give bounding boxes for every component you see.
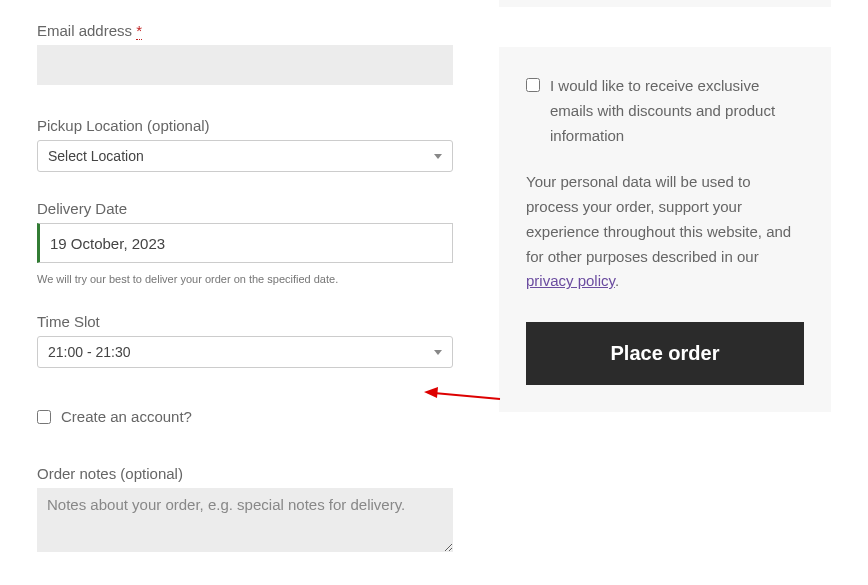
chevron-down-icon (434, 350, 442, 355)
svg-marker-1 (424, 387, 438, 398)
privacy-notice: Your personal data will be used to proce… (526, 170, 804, 294)
pickup-select[interactable]: Select Location (37, 140, 453, 172)
delivery-date-label: Delivery Date (37, 200, 453, 217)
svg-line-0 (434, 393, 500, 399)
time-slot-label: Time Slot (37, 313, 453, 330)
required-asterisk: * (136, 22, 142, 40)
time-slot-selected: 21:00 - 21:30 (48, 344, 131, 360)
privacy-policy-link[interactable]: privacy policy (526, 272, 615, 289)
checkout-right-column: I would like to receive exclusive emails… (499, 0, 831, 412)
order-summary-panel: I would like to receive exclusive emails… (499, 47, 831, 412)
chevron-down-icon (434, 154, 442, 159)
pickup-selected: Select Location (48, 148, 144, 164)
marketing-opt-in-checkbox[interactable] (526, 78, 540, 92)
order-notes-label: Order notes (optional) (37, 465, 453, 482)
email-field[interactable] (37, 45, 453, 85)
delivery-date-hint: We will try our best to deliver your ord… (37, 273, 453, 285)
marketing-opt-in-label: I would like to receive exclusive emails… (550, 74, 804, 148)
panel-spacer (499, 0, 831, 7)
checkout-left-column: Email address * Pickup Location (optiona… (37, 0, 453, 555)
time-slot-select[interactable]: 21:00 - 21:30 (37, 336, 453, 368)
place-order-button[interactable]: Place order (526, 322, 804, 385)
pickup-label: Pickup Location (optional) (37, 117, 453, 134)
annotation-arrow-icon (422, 385, 502, 405)
create-account-checkbox[interactable] (37, 410, 51, 424)
order-notes-field[interactable] (37, 488, 453, 552)
create-account-label: Create an account? (61, 408, 192, 425)
delivery-date-field[interactable]: 19 October, 2023 (37, 223, 453, 263)
email-label: Email address * (37, 22, 453, 39)
